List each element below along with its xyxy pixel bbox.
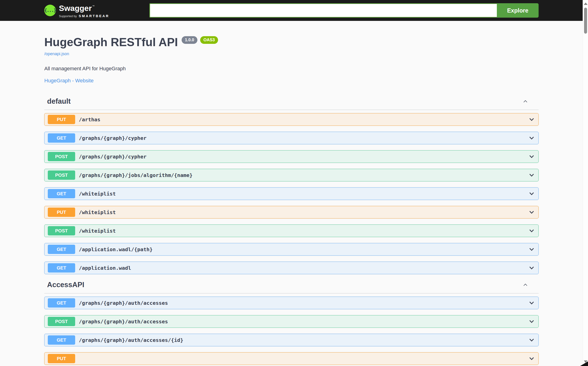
endpoint-path: /application.wadl (79, 265, 131, 271)
endpoint-row[interactable]: POST /whiteiplist (44, 225, 539, 237)
openapi-json-link[interactable]: /openapi.json (44, 52, 69, 56)
method-badge: POST (48, 152, 75, 161)
collapse-arrow-icon[interactable] (522, 282, 528, 288)
method-badge: GET (48, 189, 75, 198)
api-description: All management API for HugeGraph (44, 66, 539, 72)
section-header[interactable]: AccessAPI (44, 281, 539, 293)
endpoint-row[interactable]: PUT /arthas (44, 113, 539, 126)
oas3-badge: OAS3 (200, 36, 218, 44)
method-badge: POST (48, 226, 75, 236)
swagger-logo-icon: {...} (44, 5, 56, 16)
brand-name: Swagger (59, 3, 92, 13)
endpoint-path: /graphs/{graph}/jobs/algorithm/{name} (79, 172, 192, 178)
endpoint-row[interactable]: POST /graphs/{graph}/cypher (44, 150, 539, 163)
chevron-down-icon[interactable] (528, 172, 535, 179)
chevron-down-icon[interactable] (528, 190, 535, 197)
method-badge: PUT (48, 354, 75, 363)
chevron-down-icon[interactable] (528, 336, 535, 343)
endpoint-path: /graphs/{graph}/auth/accesses (79, 319, 168, 324)
topbar: {...} Swagger ™ Supported by SMARTBEAR E… (0, 0, 588, 21)
method-badge: GET (48, 263, 75, 273)
method-badge: GET (48, 298, 75, 308)
section-endpoints: GET /graphs/{graph}/auth/accesses POST /… (44, 297, 539, 365)
chevron-down-icon[interactable] (528, 318, 535, 325)
chevron-down-icon[interactable] (528, 116, 535, 123)
chevron-down-icon[interactable] (528, 153, 535, 160)
endpoint-row[interactable]: GET /graphs/{graph}/auth/accesses (44, 297, 539, 309)
method-badge: POST (48, 317, 75, 326)
website-link[interactable]: HugeGraph - Website (44, 78, 93, 84)
endpoint-path: /graphs/{graph}/cypher (79, 154, 146, 160)
method-badge: PUT (48, 208, 75, 217)
endpoint-row[interactable]: POST /graphs/{graph}/auth/accesses (44, 315, 539, 328)
chevron-down-icon[interactable] (528, 227, 535, 234)
section-title: default (47, 97, 71, 106)
scrollbar-thumb[interactable] (584, 8, 587, 34)
endpoint-row[interactable]: GET /application.wadl (44, 262, 539, 274)
api-info: HugeGraph RESTful API 1.0.0 OAS3 /openap… (44, 35, 539, 84)
api-sections: default PUT /arthas GET /graphs/{graph}/… (44, 97, 539, 365)
method-badge: POST (48, 170, 75, 180)
chevron-down-icon[interactable] (528, 299, 535, 306)
endpoint-row[interactable]: GET /graphs/{graph}/cypher (44, 132, 539, 144)
section-endpoints: PUT /arthas GET /graphs/{graph}/cypher P… (44, 113, 539, 274)
endpoint-row[interactable]: PUT (44, 352, 539, 365)
smartbear-label: SMARTBEAR (79, 14, 109, 18)
version-badge: 1.0.0 (182, 36, 197, 44)
endpoint-row[interactable]: GET /whiteiplist (44, 187, 539, 200)
api-tag-section: AccessAPI GET /graphs/{graph}/auth/acces… (44, 281, 539, 365)
section-header[interactable]: default (44, 97, 539, 110)
endpoint-path: /application.wadl/{path} (79, 247, 153, 252)
main-content: HugeGraph RESTful API 1.0.0 OAS3 /openap… (44, 35, 539, 365)
method-badge: GET (48, 336, 75, 345)
endpoint-path: /graphs/{graph}/auth/accesses/{id} (79, 337, 183, 343)
cursor-shape (580, 361, 588, 366)
swagger-logo[interactable]: {...} Swagger ™ Supported by SMARTBEAR (44, 3, 109, 18)
chevron-down-icon[interactable] (528, 264, 535, 271)
scroll-up-icon[interactable] (584, 3, 588, 5)
explore-button[interactable]: Explore (497, 3, 539, 18)
endpoint-row[interactable]: PUT /whiteiplist (44, 206, 539, 219)
endpoint-path: /graphs/{graph}/cypher (79, 135, 146, 141)
endpoint-path: /arthas (79, 117, 100, 122)
endpoint-path: /whiteiplist (79, 209, 116, 215)
spec-url-form: Explore (149, 3, 539, 18)
endpoint-row[interactable]: POST /graphs/{graph}/jobs/algorithm/{nam… (44, 169, 539, 181)
trademark-symbol: ™ (92, 5, 95, 8)
spec-url-input[interactable] (149, 3, 497, 18)
page-title: HugeGraph RESTful API (44, 35, 178, 49)
vertical-scrollbar[interactable] (583, 0, 588, 366)
endpoint-path: /graphs/{graph}/auth/accesses (79, 300, 168, 306)
chevron-down-icon[interactable] (528, 209, 535, 216)
endpoint-row[interactable]: GET /graphs/{graph}/auth/accesses/{id} (44, 334, 539, 346)
collapse-arrow-icon[interactable] (522, 98, 528, 104)
section-title: AccessAPI (47, 281, 84, 289)
endpoint-path: /whiteiplist (79, 228, 116, 234)
endpoint-row[interactable]: GET /application.wadl/{path} (44, 243, 539, 256)
api-tag-section: default PUT /arthas GET /graphs/{graph}/… (44, 97, 539, 274)
chevron-down-icon[interactable] (528, 246, 535, 253)
method-badge: GET (48, 245, 75, 254)
method-badge: PUT (48, 115, 75, 124)
chevron-down-icon[interactable] (528, 135, 535, 141)
method-badge: GET (48, 133, 75, 143)
endpoint-path: /whiteiplist (79, 191, 116, 197)
chevron-down-icon[interactable] (528, 355, 535, 362)
supported-by-label: Supported by (59, 14, 77, 18)
